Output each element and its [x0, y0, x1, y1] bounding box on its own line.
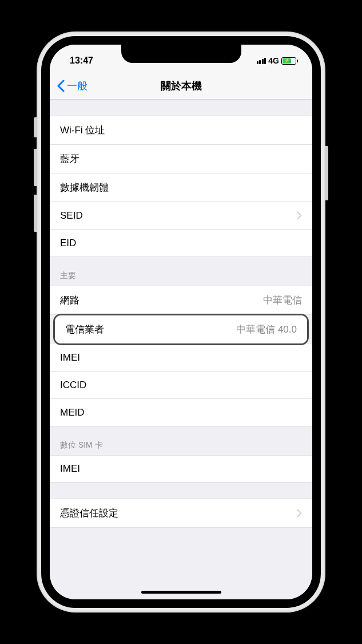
row-label: 電信業者 — [65, 323, 104, 336]
row-label: 憑證信任設定 — [60, 507, 118, 520]
chevron-right-icon — [297, 509, 302, 517]
section-header-esim: 數位 SIM 卡 — [50, 426, 312, 455]
battery-icon: ⚡ — [281, 57, 296, 65]
home-indicator[interactable] — [141, 591, 221, 594]
row-seid[interactable]: SEID — [50, 202, 312, 230]
row-label: 數據機韌體 — [60, 181, 109, 194]
status-right: 4G ⚡ — [257, 56, 296, 65]
nav-title: 關於本機 — [161, 79, 202, 93]
network-label: 4G — [268, 56, 279, 65]
row-eid[interactable]: EID — [50, 230, 312, 257]
row-value: 中華電信 40.0 — [236, 323, 297, 336]
row-label: ICCID — [60, 380, 86, 391]
signal-icon — [257, 58, 266, 64]
row-label: SEID — [60, 210, 83, 222]
row-label: 藍牙 — [60, 152, 79, 165]
row-value — [291, 211, 302, 220]
row-label: IMEI — [60, 463, 80, 475]
nav-bar: 一般 關於本機 — [50, 72, 312, 100]
row-carrier[interactable]: 電信業者 中華電信 40.0 — [55, 315, 307, 343]
row-value — [291, 509, 302, 517]
row-label: 網路 — [60, 294, 79, 307]
back-button[interactable]: 一般 — [50, 79, 87, 93]
row-esim-imei[interactable]: IMEI — [50, 455, 312, 483]
chevron-right-icon — [297, 211, 302, 220]
row-modem-firmware[interactable]: 數據機韌體 — [50, 173, 312, 202]
side-button-power — [325, 146, 328, 200]
row-imei[interactable]: IMEI — [50, 344, 312, 372]
row-iccid[interactable]: ICCID — [50, 372, 312, 399]
row-label: MEID — [60, 407, 85, 418]
row-label: EID — [60, 238, 76, 249]
row-cert-trust[interactable]: 憑證信任設定 — [50, 499, 312, 528]
settings-content[interactable]: Wi-Fi 位址 藍牙 數據機韌體 SEID — [50, 100, 312, 599]
phone-chassis: 13:47 4G ⚡ 一般 關於本 — [37, 31, 325, 613]
row-label: IMEI — [60, 352, 80, 364]
row-meid[interactable]: MEID — [50, 399, 312, 426]
notch — [121, 45, 241, 63]
row-bluetooth[interactable]: 藍牙 — [50, 145, 312, 173]
side-buttons-left — [34, 117, 37, 240]
status-time: 13:47 — [70, 56, 93, 66]
row-value: 中華電信 — [263, 294, 302, 307]
row-wifi-address[interactable]: Wi-Fi 位址 — [50, 116, 312, 145]
section-header-primary: 主要 — [50, 257, 312, 286]
back-label: 一般 — [67, 79, 87, 93]
chevron-left-icon — [57, 80, 65, 92]
row-network[interactable]: 網路 中華電信 — [50, 286, 312, 315]
screen: 13:47 4G ⚡ 一般 關於本 — [50, 45, 312, 599]
highlighted-row: 電信業者 中華電信 40.0 — [53, 314, 309, 345]
phone-frame: 13:47 4G ⚡ 一般 關於本 — [41, 36, 321, 608]
row-label: Wi-Fi 位址 — [60, 124, 105, 137]
